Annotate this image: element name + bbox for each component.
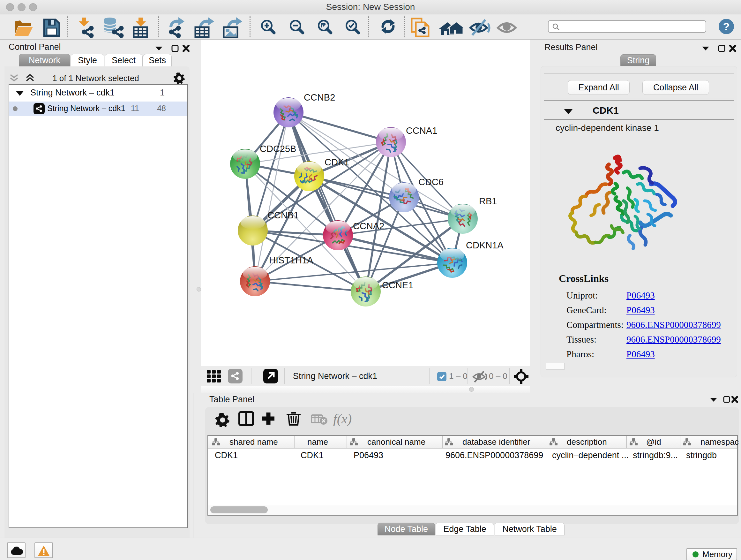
svg-text:CCNA2: CCNA2 <box>353 221 384 231</box>
svg-text:CCNB2: CCNB2 <box>304 92 335 103</box>
svg-text:f(x): f(x) <box>333 412 352 427</box>
svg-text:RB1: RB1 <box>479 196 497 206</box>
svg-text:CCNA1: CCNA1 <box>406 125 437 136</box>
svg-text:HIST1H1A: HIST1H1A <box>269 255 313 265</box>
svg-text:CDK1: CDK1 <box>325 157 349 167</box>
svg-text:CCNB1: CCNB1 <box>267 210 299 220</box>
svg-text:CDC6: CDC6 <box>418 177 444 187</box>
svg-text:CDKN1A: CDKN1A <box>466 240 503 250</box>
svg-text:CDC25B: CDC25B <box>260 144 296 154</box>
svg-text:CCNE1: CCNE1 <box>382 280 413 290</box>
